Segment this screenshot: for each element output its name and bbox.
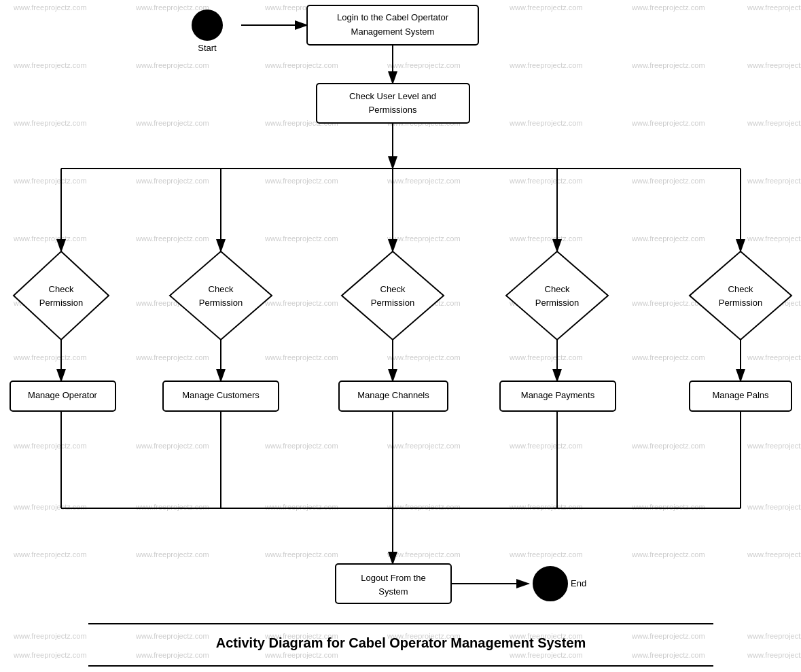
svg-text:www.freeprojectz.com: www.freeprojectz.com	[509, 119, 583, 127]
svg-text:www.freeprojectz.com: www.freeprojectz.com	[135, 177, 209, 185]
svg-text:www.freeprojectz.com: www.freeprojectz.com	[387, 234, 461, 243]
svg-text:www.freeprojectz.com: www.freeprojectz.com	[509, 442, 583, 450]
diagram-title: Activity Diagram for Cabel Operator Mana…	[216, 635, 586, 650]
check-perm5-node	[690, 251, 791, 340]
svg-text:www.freeprojectz.com: www.freeprojectz.com	[13, 61, 87, 69]
check-perm2-label: Check	[209, 284, 234, 294]
svg-text:www.freeprojectz.com: www.freeprojectz.com	[264, 177, 338, 185]
login-label2: Management System	[351, 26, 435, 37]
svg-text:www.freeprojectz.com: www.freeprojectz.com	[387, 550, 461, 559]
diagram-container: www.freeprojectz.com www.freeprojectz.co…	[0, 0, 801, 672]
svg-text:www.freeprojectz.com: www.freeprojectz.com	[135, 3, 209, 12]
svg-text:www.freeprojectz.com: www.freeprojectz.com	[509, 550, 583, 559]
svg-text:www.freeprojectz.com: www.freeprojectz.com	[13, 651, 87, 659]
svg-text:www.freeprojectz.com: www.freeprojectz.com	[135, 503, 209, 511]
svg-text:www.freeprojectz.com: www.freeprojectz.com	[387, 503, 461, 511]
svg-text:www.freeprojectz.com: www.freeprojectz.com	[631, 353, 705, 361]
check-user-level-label2: Permissions	[369, 105, 417, 115]
logout-label2: System	[378, 586, 408, 597]
svg-text:www.freeprojectz.com: www.freeprojectz.com	[631, 503, 705, 511]
svg-text:www.freeprojectz.com: www.freeprojectz.com	[264, 503, 338, 511]
check-perm3-label2: Permission	[371, 298, 414, 308]
check-perm5-label: Check	[728, 284, 753, 294]
svg-text:www.freeprojectz.com: www.freeprojectz.com	[631, 632, 705, 640]
svg-text:www.freeprojectz.com: www.freeprojectz.com	[135, 234, 209, 243]
svg-text:www.freeprojectz.com: www.freeprojectz.com	[13, 119, 87, 127]
end-label: End	[571, 578, 586, 588]
svg-text:www.freeprojectz.com: www.freeprojectz.com	[135, 550, 209, 559]
check-perm4-node	[506, 251, 608, 340]
check-perm2-node	[170, 251, 272, 340]
svg-text:www.freeprojectz.com: www.freeprojectz.com	[631, 234, 705, 243]
svg-text:www.freeprojectz.com: www.freeprojectz.com	[387, 442, 461, 450]
svg-text:www.freeprojectz.com: www.freeprojectz.com	[13, 442, 87, 450]
manage-plans-label: Manage Palns	[712, 390, 769, 400]
svg-text:www.freeprojectz.com: www.freeprojectz.com	[264, 550, 338, 559]
manage-payments-label: Manage Payments	[521, 390, 595, 400]
check-perm4-label2: Permission	[535, 298, 579, 308]
svg-text:www.freeprojectz.com: www.freeprojectz.com	[747, 3, 801, 12]
svg-text:www.freeprojectz.com: www.freeprojectz.com	[631, 651, 705, 659]
svg-text:www.freeprojectz.com: www.freeprojectz.com	[747, 503, 801, 511]
check-perm2-label2: Permission	[199, 298, 243, 308]
check-perm3-label: Check	[380, 284, 406, 294]
svg-text:www.freeprojectz.com: www.freeprojectz.com	[13, 234, 87, 243]
check-perm1-label: Check	[49, 284, 74, 294]
svg-text:www.freeprojectz.com: www.freeprojectz.com	[631, 3, 705, 12]
check-perm1-label2: Permission	[39, 298, 83, 308]
svg-text:www.freeprojectz.com: www.freeprojectz.com	[631, 442, 705, 450]
svg-text:www.freeprojectz.com: www.freeprojectz.com	[13, 353, 87, 361]
svg-text:www.freeprojectz.com: www.freeprojectz.com	[747, 651, 801, 659]
svg-text:www.freeprojectz.com: www.freeprojectz.com	[509, 3, 583, 12]
svg-text:www.freeprojectz.com: www.freeprojectz.com	[387, 353, 461, 361]
svg-text:www.freeprojectz.com: www.freeprojectz.com	[631, 119, 705, 127]
end-node	[533, 567, 567, 601]
svg-text:www.freeprojectz.com: www.freeprojectz.com	[509, 61, 583, 69]
svg-text:www.freeprojectz.com: www.freeprojectz.com	[747, 442, 801, 450]
svg-text:www.freeprojectz.com: www.freeprojectz.com	[509, 234, 583, 243]
svg-text:www.freeprojectz.com: www.freeprojectz.com	[13, 550, 87, 559]
svg-text:www.freeprojectz.com: www.freeprojectz.com	[264, 442, 338, 450]
svg-text:www.freeprojectz.com: www.freeprojectz.com	[135, 651, 209, 659]
check-user-level-label: Check User Level and	[349, 91, 436, 101]
manage-customers-label: Manage Customers	[182, 390, 260, 400]
svg-text:www.freeprojectz.com: www.freeprojectz.com	[387, 177, 461, 185]
svg-text:www.freeprojectz.com: www.freeprojectz.com	[264, 299, 338, 307]
check-perm4-label: Check	[545, 284, 570, 294]
svg-text:www.freeprojectz.com: www.freeprojectz.com	[387, 61, 461, 69]
svg-text:www.freeprojectz.com: www.freeprojectz.com	[13, 3, 87, 12]
svg-text:www.freeprojectz.com: www.freeprojectz.com	[135, 353, 209, 361]
svg-text:www.freeprojectz.com: www.freeprojectz.com	[631, 177, 705, 185]
svg-text:www.freeprojectz.com: www.freeprojectz.com	[509, 651, 583, 659]
svg-text:www.freeprojectz.com: www.freeprojectz.com	[509, 503, 583, 511]
logout-node	[336, 564, 451, 603]
svg-text:www.freeprojectz.com: www.freeprojectz.com	[747, 353, 801, 361]
start-label: Start	[198, 43, 217, 53]
svg-text:www.freeprojectz.com: www.freeprojectz.com	[747, 177, 801, 185]
check-perm1-node	[14, 251, 109, 340]
manage-channels-label: Manage Channels	[357, 390, 429, 400]
svg-text:www.freeprojectz.com: www.freeprojectz.com	[135, 61, 209, 69]
check-user-level-node	[317, 84, 469, 123]
logout-label: Logout From the	[361, 573, 425, 583]
svg-text:www.freeprojectz.com: www.freeprojectz.com	[747, 234, 801, 243]
svg-text:www.freeprojectz.com: www.freeprojectz.com	[135, 119, 209, 127]
svg-text:www.freeprojectz.com: www.freeprojectz.com	[631, 61, 705, 69]
svg-text:www.freeprojectz.com: www.freeprojectz.com	[13, 632, 87, 640]
svg-text:www.freeprojectz.com: www.freeprojectz.com	[747, 550, 801, 559]
svg-text:www.freeprojectz.com: www.freeprojectz.com	[13, 503, 87, 511]
svg-text:www.freeprojectz.com: www.freeprojectz.com	[747, 632, 801, 640]
check-perm5-label2: Permission	[719, 298, 762, 308]
manage-operator-label: Manage Operator	[28, 390, 98, 400]
svg-text:www.freeprojectz.com: www.freeprojectz.com	[264, 234, 338, 243]
login-label: Login to the Cabel Opertator	[337, 12, 449, 22]
login-node	[307, 5, 478, 45]
svg-text:www.freeprojectz.com: www.freeprojectz.com	[264, 353, 338, 361]
start-node	[192, 10, 222, 40]
svg-text:www.freeprojectz.com: www.freeprojectz.com	[135, 442, 209, 450]
svg-text:www.freeprojectz.com: www.freeprojectz.com	[747, 119, 801, 127]
svg-text:www.freeprojectz.com: www.freeprojectz.com	[631, 299, 705, 307]
svg-text:www.freeprojectz.com: www.freeprojectz.com	[264, 651, 338, 659]
svg-text:www.freeprojectz.com: www.freeprojectz.com	[135, 632, 209, 640]
svg-text:www.freeprojectz.com: www.freeprojectz.com	[631, 550, 705, 559]
